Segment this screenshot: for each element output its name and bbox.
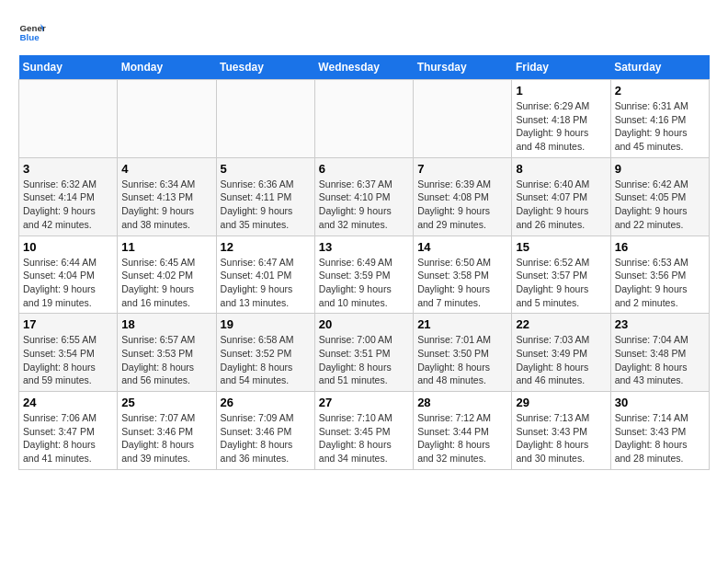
- day-number: 14: [417, 240, 507, 254]
- calendar-cell: [19, 80, 118, 158]
- calendar-cell: 14Sunrise: 6:50 AM Sunset: 3:58 PM Dayli…: [414, 236, 512, 314]
- day-info: Sunrise: 7:12 AM Sunset: 3:44 PM Dayligh…: [417, 411, 507, 465]
- day-info: Sunrise: 6:44 AM Sunset: 4:04 PM Dayligh…: [23, 256, 113, 310]
- day-number: 6: [319, 162, 409, 176]
- weekday-header-friday: Friday: [512, 55, 610, 80]
- calendar-cell: 25Sunrise: 7:07 AM Sunset: 3:46 PM Dayli…: [118, 392, 216, 470]
- day-number: 4: [121, 162, 211, 176]
- day-info: Sunrise: 6:53 AM Sunset: 3:56 PM Dayligh…: [615, 256, 705, 310]
- day-info: Sunrise: 7:14 AM Sunset: 3:43 PM Dayligh…: [615, 411, 705, 465]
- day-number: 15: [516, 240, 606, 254]
- day-number: 20: [319, 317, 409, 331]
- day-number: 22: [516, 317, 606, 331]
- day-number: 16: [615, 240, 705, 254]
- weekday-header-tuesday: Tuesday: [216, 55, 314, 80]
- calendar-cell: [314, 80, 413, 158]
- day-info: Sunrise: 6:32 AM Sunset: 4:14 PM Dayligh…: [23, 178, 113, 232]
- day-number: 2: [615, 84, 705, 98]
- day-info: Sunrise: 7:04 AM Sunset: 3:48 PM Dayligh…: [615, 333, 705, 387]
- day-number: 18: [121, 317, 211, 331]
- week-row-1: 1Sunrise: 6:29 AM Sunset: 4:18 PM Daylig…: [19, 80, 710, 158]
- day-info: Sunrise: 7:06 AM Sunset: 3:47 PM Dayligh…: [23, 411, 113, 465]
- day-number: 17: [23, 317, 113, 331]
- calendar-cell: [118, 80, 216, 158]
- calendar-cell: 12Sunrise: 6:47 AM Sunset: 4:01 PM Dayli…: [216, 236, 314, 314]
- calendar-cell: 16Sunrise: 6:53 AM Sunset: 3:56 PM Dayli…: [610, 236, 709, 314]
- calendar-cell: 8Sunrise: 6:40 AM Sunset: 4:07 PM Daylig…: [512, 157, 610, 236]
- day-number: 28: [417, 396, 507, 409]
- day-number: 21: [417, 317, 507, 331]
- calendar-cell: 2Sunrise: 6:31 AM Sunset: 4:16 PM Daylig…: [610, 80, 709, 158]
- calendar-cell: 26Sunrise: 7:09 AM Sunset: 3:46 PM Dayli…: [216, 392, 314, 470]
- calendar-cell: 22Sunrise: 7:03 AM Sunset: 3:49 PM Dayli…: [512, 314, 610, 392]
- calendar-cell: 10Sunrise: 6:44 AM Sunset: 4:04 PM Dayli…: [19, 236, 118, 314]
- day-info: Sunrise: 6:49 AM Sunset: 3:59 PM Dayligh…: [319, 256, 409, 310]
- calendar-cell: 21Sunrise: 7:01 AM Sunset: 3:50 PM Dayli…: [414, 314, 512, 392]
- day-number: 3: [23, 162, 113, 176]
- day-info: Sunrise: 6:55 AM Sunset: 3:54 PM Dayligh…: [23, 333, 113, 387]
- day-info: Sunrise: 7:10 AM Sunset: 3:45 PM Dayligh…: [319, 411, 409, 465]
- day-info: Sunrise: 6:57 AM Sunset: 3:53 PM Dayligh…: [121, 333, 211, 387]
- day-info: Sunrise: 7:00 AM Sunset: 3:51 PM Dayligh…: [319, 333, 409, 387]
- weekday-header-monday: Monday: [118, 55, 216, 80]
- calendar-cell: 17Sunrise: 6:55 AM Sunset: 3:54 PM Dayli…: [19, 314, 118, 392]
- calendar-cell: 29Sunrise: 7:13 AM Sunset: 3:43 PM Dayli…: [512, 392, 610, 470]
- calendar-table: SundayMondayTuesdayWednesdayThursdayFrid…: [18, 55, 710, 470]
- svg-text:Blue: Blue: [20, 32, 40, 42]
- weekday-header-sunday: Sunday: [19, 55, 118, 80]
- day-info: Sunrise: 7:13 AM Sunset: 3:43 PM Dayligh…: [516, 411, 606, 465]
- week-row-2: 3Sunrise: 6:32 AM Sunset: 4:14 PM Daylig…: [19, 157, 710, 236]
- calendar-cell: 5Sunrise: 6:36 AM Sunset: 4:11 PM Daylig…: [216, 157, 314, 236]
- calendar-cell: 15Sunrise: 6:52 AM Sunset: 3:57 PM Dayli…: [512, 236, 610, 314]
- day-info: Sunrise: 7:03 AM Sunset: 3:49 PM Dayligh…: [516, 333, 606, 387]
- day-info: Sunrise: 6:36 AM Sunset: 4:11 PM Dayligh…: [221, 178, 311, 232]
- day-number: 30: [615, 396, 705, 409]
- calendar-cell: 4Sunrise: 6:34 AM Sunset: 4:13 PM Daylig…: [118, 157, 216, 236]
- logo: General Blue: [18, 18, 46, 46]
- calendar-cell: 28Sunrise: 7:12 AM Sunset: 3:44 PM Dayli…: [414, 392, 512, 470]
- day-number: 25: [121, 396, 211, 409]
- day-info: Sunrise: 6:29 AM Sunset: 4:18 PM Dayligh…: [516, 99, 606, 154]
- day-info: Sunrise: 6:40 AM Sunset: 4:07 PM Dayligh…: [516, 178, 606, 232]
- calendar-cell: 11Sunrise: 6:45 AM Sunset: 4:02 PM Dayli…: [118, 236, 216, 314]
- calendar-cell: 7Sunrise: 6:39 AM Sunset: 4:08 PM Daylig…: [414, 157, 512, 236]
- day-number: 29: [516, 396, 606, 409]
- day-number: 10: [23, 240, 113, 254]
- day-info: Sunrise: 6:34 AM Sunset: 4:13 PM Dayligh…: [121, 178, 211, 232]
- calendar-cell: [414, 80, 512, 158]
- day-number: 12: [221, 240, 311, 254]
- day-info: Sunrise: 7:07 AM Sunset: 3:46 PM Dayligh…: [121, 411, 211, 465]
- day-number: 9: [615, 162, 705, 176]
- calendar-cell: 3Sunrise: 6:32 AM Sunset: 4:14 PM Daylig…: [19, 157, 118, 236]
- day-info: Sunrise: 6:58 AM Sunset: 3:52 PM Dayligh…: [221, 333, 311, 387]
- day-info: Sunrise: 7:09 AM Sunset: 3:46 PM Dayligh…: [221, 411, 311, 465]
- day-number: 19: [221, 317, 311, 331]
- calendar-cell: 23Sunrise: 7:04 AM Sunset: 3:48 PM Dayli…: [610, 314, 709, 392]
- day-info: Sunrise: 6:52 AM Sunset: 3:57 PM Dayligh…: [516, 256, 606, 310]
- day-number: 23: [615, 317, 705, 331]
- day-info: Sunrise: 6:45 AM Sunset: 4:02 PM Dayligh…: [121, 256, 211, 310]
- day-number: 7: [417, 162, 507, 176]
- logo-icon: General Blue: [18, 18, 46, 46]
- day-number: 26: [221, 396, 311, 409]
- day-info: Sunrise: 6:37 AM Sunset: 4:10 PM Dayligh…: [319, 178, 409, 232]
- weekday-header-saturday: Saturday: [610, 55, 709, 80]
- calendar-cell: 30Sunrise: 7:14 AM Sunset: 3:43 PM Dayli…: [610, 392, 709, 470]
- week-row-4: 17Sunrise: 6:55 AM Sunset: 3:54 PM Dayli…: [19, 314, 710, 392]
- calendar-cell: [216, 80, 314, 158]
- calendar-cell: 19Sunrise: 6:58 AM Sunset: 3:52 PM Dayli…: [216, 314, 314, 392]
- header: General Blue: [18, 18, 710, 46]
- day-info: Sunrise: 6:42 AM Sunset: 4:05 PM Dayligh…: [615, 178, 705, 232]
- calendar-cell: 27Sunrise: 7:10 AM Sunset: 3:45 PM Dayli…: [314, 392, 413, 470]
- weekday-header-row: SundayMondayTuesdayWednesdayThursdayFrid…: [19, 55, 710, 80]
- week-row-5: 24Sunrise: 7:06 AM Sunset: 3:47 PM Dayli…: [19, 392, 710, 470]
- day-number: 8: [516, 162, 606, 176]
- day-info: Sunrise: 6:50 AM Sunset: 3:58 PM Dayligh…: [417, 256, 507, 310]
- day-number: 27: [319, 396, 409, 409]
- calendar-cell: 9Sunrise: 6:42 AM Sunset: 4:05 PM Daylig…: [610, 157, 709, 236]
- calendar-cell: 24Sunrise: 7:06 AM Sunset: 3:47 PM Dayli…: [19, 392, 118, 470]
- day-number: 1: [516, 84, 606, 98]
- calendar-cell: 20Sunrise: 7:00 AM Sunset: 3:51 PM Dayli…: [314, 314, 413, 392]
- day-info: Sunrise: 6:31 AM Sunset: 4:16 PM Dayligh…: [615, 99, 705, 154]
- weekday-header-thursday: Thursday: [414, 55, 512, 80]
